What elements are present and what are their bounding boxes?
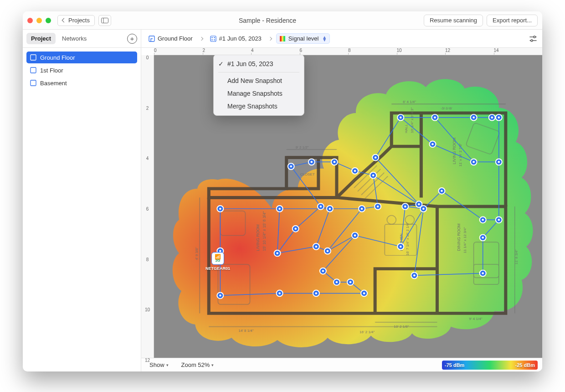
chevron-right-icon bbox=[199, 36, 203, 40]
crumb-visualization[interactable]: Signal level ▲▼ bbox=[276, 33, 330, 44]
add-button[interactable]: + bbox=[127, 34, 137, 44]
tab-project[interactable]: Project bbox=[26, 33, 56, 44]
svg-point-102 bbox=[482, 272, 484, 274]
ruler-tick: 12 bbox=[141, 358, 154, 363]
svg-text:10' 1/4" x 9' 4 3": 10' 1/4" x 9' 4 3" bbox=[410, 108, 414, 133]
breadcrumb-toolbar: Ground Floor #1 Jun 05, 2023 Signal leve… bbox=[141, 30, 542, 48]
floor-icon bbox=[30, 67, 36, 73]
ruler-tick: 8 bbox=[141, 257, 154, 262]
snapshot-icon bbox=[210, 36, 216, 42]
svg-text:LIVING ROOM: LIVING ROOM bbox=[255, 224, 260, 251]
menu-item-manage-snapshots[interactable]: Manage Snapshots bbox=[214, 87, 304, 100]
svg-text:4' 9 3/8": 4' 9 3/8" bbox=[195, 247, 199, 260]
ruler-tick: 4 bbox=[251, 48, 254, 53]
toggle-sidebar-button[interactable] bbox=[98, 15, 111, 26]
sidebar: Project Networks + Ground Floor1st Floor… bbox=[23, 30, 141, 371]
chevron-down-icon: ▾ bbox=[166, 363, 169, 367]
svg-text:16' 7 1/4" x 16' 2 1/4": 16' 7 1/4" x 16' 2 1/4" bbox=[406, 222, 410, 255]
svg-point-79 bbox=[354, 234, 356, 236]
floorplan-map[interactable]: LIVING ROOM 15' 10 1/4" x 15' 8 3/4" CLO… bbox=[154, 55, 542, 358]
resume-scanning-button[interactable]: Resume scanning bbox=[424, 15, 483, 26]
ruler-tick: 14 bbox=[494, 48, 499, 53]
svg-rect-0 bbox=[101, 18, 108, 23]
menu-item-merge-snapshots[interactable]: Merge Snapshots bbox=[214, 100, 304, 113]
ruler-vertical: 024681012 bbox=[141, 55, 154, 358]
access-point-marker[interactable]: 📶 2G NETGEAR01 bbox=[210, 252, 226, 271]
tab-networks[interactable]: Networks bbox=[57, 33, 91, 44]
traffic-lights bbox=[27, 18, 51, 23]
svg-point-88 bbox=[400, 116, 402, 118]
svg-text:14' 8 1/4": 14' 8 1/4" bbox=[238, 329, 254, 333]
menu-item-snapshot1[interactable]: #1 Jun 05, 2023 bbox=[214, 57, 304, 70]
svg-text:DINING ROOM: DINING ROOM bbox=[456, 223, 461, 251]
zoom-dropdown[interactable]: Zoom 52%▾ bbox=[178, 360, 218, 370]
app-window: Projects Sample - Residence Resume scann… bbox=[23, 11, 542, 371]
svg-point-86 bbox=[354, 170, 356, 172]
floor-item-1st-floor[interactable]: 1st Floor bbox=[26, 64, 137, 76]
svg-point-77 bbox=[336, 281, 338, 283]
svg-point-75 bbox=[363, 292, 365, 294]
svg-point-78 bbox=[322, 270, 324, 272]
legend-max: -25 dBm bbox=[515, 362, 535, 368]
export-report-button[interactable]: Export report... bbox=[487, 15, 538, 26]
svg-text:11' 8 3/4": 11' 8 3/4" bbox=[514, 249, 519, 264]
ruler-tick: 2 bbox=[203, 48, 205, 53]
svg-point-62 bbox=[329, 208, 331, 210]
snapshot-menu: #1 Jun 05, 2023 Add New Snapshot Manage … bbox=[213, 55, 304, 116]
svg-point-61 bbox=[278, 208, 281, 210]
svg-point-81 bbox=[404, 206, 406, 207]
svg-rect-13 bbox=[282, 36, 283, 41]
svg-text:16' 2 1/4": 16' 2 1/4" bbox=[360, 330, 375, 334]
access-point-label: NETGEAR01 bbox=[205, 266, 230, 271]
svg-point-90 bbox=[473, 116, 475, 118]
floor-icon bbox=[30, 80, 36, 86]
svg-point-70 bbox=[320, 206, 322, 207]
menu-separator bbox=[218, 72, 299, 72]
sidebar-icon bbox=[101, 18, 108, 23]
svg-text:9' 2 1/2": 9' 2 1/2" bbox=[296, 145, 309, 150]
svg-point-92 bbox=[498, 116, 500, 118]
svg-point-97 bbox=[441, 190, 443, 192]
floor-icon bbox=[149, 36, 155, 42]
titlebar: Projects Sample - Residence Resume scann… bbox=[23, 11, 542, 30]
chevron-down-icon: ▾ bbox=[211, 363, 214, 367]
close-window-button[interactable] bbox=[27, 18, 33, 23]
svg-point-85 bbox=[334, 161, 336, 163]
svg-point-83 bbox=[290, 165, 292, 167]
svg-point-73 bbox=[278, 292, 281, 294]
heatmap-icon bbox=[279, 36, 286, 42]
svg-point-60 bbox=[219, 208, 221, 210]
settings-sliders-icon[interactable] bbox=[529, 34, 538, 43]
wifi-icon: 📶 bbox=[215, 255, 221, 258]
chevron-right-icon bbox=[268, 36, 272, 40]
svg-point-96 bbox=[422, 208, 425, 210]
svg-point-101 bbox=[482, 237, 484, 238]
svg-point-82 bbox=[418, 203, 420, 205]
svg-rect-14 bbox=[283, 36, 285, 41]
crumb-snapshot[interactable]: #1 Jun 05, 2023 bbox=[207, 34, 264, 43]
svg-point-91 bbox=[491, 116, 493, 118]
svg-point-69 bbox=[294, 228, 297, 230]
back-to-projects-button[interactable]: Projects bbox=[57, 15, 95, 26]
svg-point-18 bbox=[531, 40, 533, 41]
ruler-tick: 10 bbox=[141, 307, 154, 312]
ruler-tick: 6 bbox=[300, 48, 303, 53]
svg-point-93 bbox=[431, 143, 434, 145]
floor-item-basement[interactable]: Basement bbox=[26, 77, 137, 89]
svg-text:10' 2 1/8": 10' 2 1/8" bbox=[394, 325, 409, 329]
floor-icon bbox=[30, 54, 36, 61]
floor-item-ground-floor[interactable]: Ground Floor bbox=[26, 52, 137, 63]
ruler-tick: 2 bbox=[141, 106, 154, 111]
minimize-window-button[interactable] bbox=[36, 18, 42, 23]
menu-item-add-snapshot[interactable]: Add New Snapshot bbox=[214, 74, 304, 87]
svg-point-74 bbox=[315, 292, 318, 294]
svg-point-76 bbox=[349, 281, 352, 283]
crumb-floor[interactable]: Ground Floor bbox=[146, 34, 195, 43]
svg-point-98 bbox=[482, 219, 484, 221]
svg-point-89 bbox=[434, 116, 436, 118]
svg-point-9 bbox=[211, 39, 212, 40]
maximize-window-button[interactable] bbox=[46, 18, 51, 23]
svg-rect-2 bbox=[31, 55, 36, 60]
floor-list: Ground Floor1st FloorBasement bbox=[23, 48, 141, 93]
sidebar-tabs: Project Networks + bbox=[23, 30, 141, 48]
